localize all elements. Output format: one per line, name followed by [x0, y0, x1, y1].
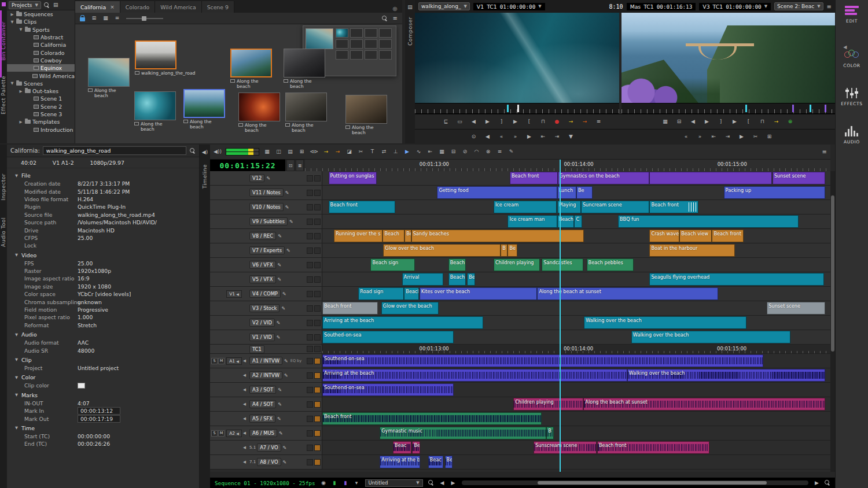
pencil-icon[interactable]: ✎: [286, 248, 290, 253]
audio-track-color-icon[interactable]: ▮: [342, 479, 350, 487]
disable-icon[interactable]: ⊘: [461, 148, 469, 156]
bin-clip-thumbnail[interactable]: Along the beach: [238, 93, 280, 134]
swap-icon[interactable]: ⇄: [380, 148, 388, 156]
track-lane-a2[interactable]: Arriving at the beachWalking over the be…: [322, 368, 830, 382]
sync-lock-cell[interactable]: [307, 445, 313, 451]
timeline-clip[interactable]: Along the beach at sunset: [583, 398, 825, 411]
match-frame-icon[interactable]: ⊕: [786, 118, 794, 126]
thumbnail-size-slider[interactable]: [126, 18, 163, 19]
sidebar-item-cowboy[interactable]: Cowboy: [7, 57, 75, 64]
section-header-color[interactable]: ▼Color: [7, 372, 199, 382]
mark-in-icon[interactable]: [: [525, 118, 533, 126]
sidebar-item-scenes[interactable]: ▼Scenes: [7, 80, 75, 87]
timeline-clip[interactable]: Along the beach at sunset: [537, 287, 718, 300]
track-lane-v2[interactable]: Arriving at the beachWalking over the be…: [322, 316, 830, 330]
solo-button[interactable]: S: [211, 358, 218, 364]
mini-thumbnail[interactable]: [350, 50, 363, 60]
lock-cell[interactable]: [314, 204, 321, 210]
to-timeline-icon[interactable]: →: [773, 118, 780, 126]
track-name-button[interactable]: A7 / VO: [257, 443, 281, 452]
timeline-clip[interactable]: Arriving at the beach: [322, 369, 627, 382]
timeline-clip[interactable]: Walking over the beach: [584, 316, 746, 329]
bin-clip-thumbnail[interactable]: walking_along_the_road: [135, 40, 176, 76]
timeline-clip[interactable]: Southend-on-sea: [322, 383, 454, 396]
patch-button[interactable]: V1◀: [226, 290, 242, 298]
remove-effect-icon[interactable]: ⊗: [484, 148, 492, 156]
timeline-menu-icon[interactable]: ≡: [822, 149, 827, 155]
smart-tool-ripple-icon[interactable]: ⇤: [426, 148, 434, 156]
pencil-icon[interactable]: ✎: [285, 190, 289, 195]
record-scene-menu[interactable]: Scene 2: Beac▼: [774, 2, 823, 10]
track-name-button[interactable]: A4 / SOT: [249, 400, 276, 408]
track-name-button[interactable]: V3 / Stock: [249, 304, 279, 312]
property-value[interactable]: 00:00:13:12: [78, 407, 120, 415]
mute-button[interactable]: M: [218, 358, 225, 364]
timeline-clip[interactable]: Beach front: [510, 172, 558, 184]
sidebar-item-out-takes[interactable]: ▶Out-takes: [7, 87, 75, 95]
track-lane-a3[interactable]: Southend-on-sea: [322, 383, 830, 397]
sync-lock-cell[interactable]: [307, 430, 313, 437]
track-lane-v7[interactable]: Glow over the beachBBeBoat in the harbou…: [322, 243, 830, 257]
section-header-marks[interactable]: ▼Marks: [7, 390, 199, 400]
lock-cell[interactable]: [314, 445, 321, 451]
timeline-clip[interactable]: Be: [467, 273, 475, 286]
sidebar-item-sports[interactable]: ▼Sports: [7, 26, 75, 34]
timeline-clip[interactable]: Be: [404, 230, 411, 242]
scrollbar-thumb[interactable]: [538, 481, 767, 485]
sync-lock-cell[interactable]: [307, 276, 313, 283]
timeline-clip[interactable]: Beach front: [322, 412, 542, 425]
smart-tool-grid-icon[interactable]: ▦: [438, 148, 446, 156]
track-lane-a1[interactable]: Southend-on-sea: [322, 354, 830, 368]
timeline-clip[interactable]: Sunset scene: [767, 302, 825, 315]
play-icon[interactable]: ▶: [512, 118, 519, 126]
pencil-icon[interactable]: ✎: [284, 373, 288, 378]
track-lane-v10[interactable]: Beach frontIce creamPlayingSuncream scen…: [322, 200, 830, 214]
timeline-clip[interactable]: BBQ fun: [618, 215, 799, 228]
patch-button[interactable]: A2◀: [226, 430, 242, 437]
lock-cell[interactable]: [314, 459, 321, 465]
sync-lock-cell[interactable]: [307, 291, 313, 297]
timeline-clip[interactable]: Walking over the beach: [627, 369, 825, 382]
mark-in-icon[interactable]: [: [745, 118, 752, 126]
track-lane-v6[interactable]: Beach signBeachChildren playingSandcastl…: [322, 258, 830, 272]
sidebar-item-scene-2[interactable]: Scene 2: [7, 103, 75, 110]
solo-button[interactable]: S: [211, 430, 218, 437]
timeline-clip[interactable]: Beach front: [712, 230, 743, 242]
view-grid-icon[interactable]: ⊞: [90, 14, 98, 23]
track-name-button[interactable]: A3 / SOT: [249, 386, 276, 394]
slider-thumb[interactable]: [142, 16, 146, 21]
track-lane-a8[interactable]: Arriving at the beBeacBe: [322, 455, 830, 469]
sync-lock-cell[interactable]: [307, 219, 313, 225]
lock-cell[interactable]: [314, 430, 321, 437]
timeline-clip[interactable]: Crash wave: [649, 230, 679, 242]
composer-menu-icon[interactable]: ≡: [827, 3, 832, 10]
track-lane-v4[interactable]: Road signBeachKites over the beachAlong …: [322, 287, 830, 301]
pencil-icon[interactable]: ✎: [284, 358, 288, 364]
track-lane-v9[interactable]: Ice cream manBeachCBBQ fun: [322, 215, 830, 228]
add-marker-icon[interactable]: ▼: [567, 133, 575, 141]
mini-thumbnail[interactable]: [336, 28, 348, 38]
lock-cell[interactable]: [314, 190, 321, 196]
timeline-clip[interactable]: B: [546, 427, 554, 439]
track-name-button[interactable]: V11 / Notes: [249, 188, 284, 197]
add-edit-icon[interactable]: ⊞: [298, 148, 306, 156]
bin-clip-thumbnail[interactable]: Along the beach: [134, 91, 176, 132]
view-list-icon[interactable]: ≡: [113, 14, 121, 23]
bin-container-tab[interactable]: Bin Container: [1, 21, 6, 61]
lift-icon[interactable]: ⊥: [392, 148, 399, 156]
lock-cell[interactable]: [314, 219, 321, 225]
scroll-right-icon[interactable]: ▶: [450, 479, 457, 487]
add-edit-icon[interactable]: ⊞: [766, 133, 773, 141]
pencil-icon[interactable]: ✎: [283, 445, 287, 450]
speaker-icon[interactable]: ◀): [201, 148, 209, 156]
timeline-clip[interactable]: Arriving at the be: [380, 456, 420, 468]
mini-thumbnail[interactable]: [365, 39, 377, 49]
pencil-icon[interactable]: ✎: [277, 320, 281, 326]
track-lane-a4[interactable]: Children playingAlong the beach at sunse…: [322, 397, 830, 411]
grid-icon[interactable]: ▦: [661, 118, 669, 126]
disclosure-arrow-icon[interactable]: ▶: [10, 12, 14, 17]
audio-monitor-icon[interactable]: ◀)): [214, 148, 222, 156]
timeline-tab[interactable]: Timeline: [202, 164, 208, 188]
bin-clip-thumbnail[interactable]: Along the beach: [183, 89, 225, 130]
track-monitor-icon[interactable]: ◀: [243, 460, 248, 464]
